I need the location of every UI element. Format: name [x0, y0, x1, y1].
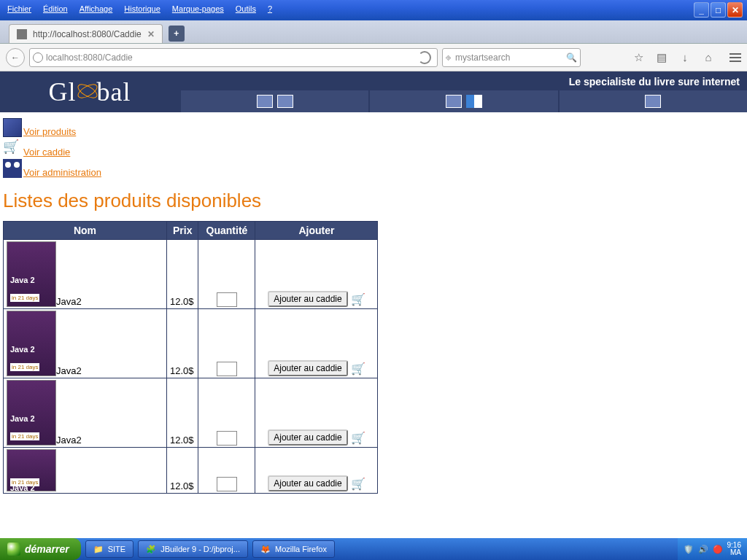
table-row: Java212.0$Ajouter au caddie🛒 — [4, 309, 378, 378]
back-button[interactable]: ← — [6, 48, 25, 67]
window-maximize-button[interactable]: □ — [711, 2, 726, 18]
system-tray[interactable]: 🛡️ 🔊 🔴 9:16 MA — [678, 538, 747, 560]
windows-logo-icon — [7, 542, 20, 556]
new-tab-button[interactable]: + — [169, 26, 185, 42]
logo-text-right: bal — [97, 77, 131, 106]
product-price: 12.0$ — [167, 378, 198, 448]
os-menu-bar: Fichier Édition Affichage Historique Mar… — [0, 0, 747, 18]
th-qty: Quantité — [198, 222, 255, 240]
ribbon-seg-3[interactable] — [558, 90, 747, 112]
start-button[interactable]: démarrer — [0, 538, 81, 560]
menu-file[interactable]: Fichier — [7, 4, 31, 13]
start-label: démarrer — [25, 543, 69, 555]
box-icon — [3, 118, 22, 137]
cart-icon: 🛒 — [351, 431, 365, 445]
product-image — [7, 449, 56, 491]
add-to-cart-button[interactable]: Ajouter au caddie — [268, 475, 347, 491]
downloads-icon[interactable]: ↓ — [678, 51, 692, 64]
menu-view[interactable]: Affichage — [80, 4, 113, 13]
window-minimize-button[interactable]: _ — [694, 2, 709, 18]
cart-icon — [3, 139, 22, 158]
quantity-input[interactable] — [217, 431, 237, 446]
logo-text-left: Gl — [49, 77, 77, 106]
link-voir-produits[interactable]: Voir produits — [23, 126, 76, 137]
quantity-input[interactable] — [217, 477, 237, 491]
nav-ribbon — [179, 90, 747, 112]
globe-icon — [33, 52, 43, 63]
search-icon[interactable]: 🔍 — [566, 52, 577, 63]
search-engine-icon: ⎆ — [446, 52, 451, 63]
window-close-button[interactable]: ✕ — [727, 2, 743, 18]
table-row: Java212.0$Ajouter au caddie🛒 — [4, 378, 378, 448]
taskbar-item-firefox[interactable]: 🦊Mozilla Firefox — [252, 540, 335, 558]
tab-title: http://localhost:8080/Caddie — [33, 29, 142, 39]
taskbar-item-site[interactable]: 📁SITE — [85, 540, 133, 558]
window-titlebar: Fichier Édition Affichage Historique Mar… — [0, 0, 747, 20]
tab-close-button[interactable]: ✕ — [147, 29, 155, 39]
site-header: Glbal Le specialiste du livre sure inter… — [0, 71, 747, 112]
taskbar: démarrer 📁SITE 🧩JBuilder 9 - D:/jbproj..… — [0, 538, 747, 560]
taskbar-item-label: SITE — [108, 545, 125, 553]
th-ajouter: Ajouter — [255, 222, 378, 240]
reading-list-icon[interactable]: ▤ — [655, 51, 668, 64]
tray-icon[interactable]: 🛡️ — [684, 545, 694, 554]
url-bar[interactable]: localhost:8080/Caddie — [29, 48, 438, 67]
hamburger-menu-button[interactable] — [729, 53, 741, 62]
reload-icon[interactable] — [418, 51, 431, 64]
product-image — [7, 311, 56, 376]
ribbon-icon-1 — [257, 95, 273, 108]
ribbon-icon-2 — [277, 95, 293, 108]
page-title: Listes des produits disponibles — [0, 182, 747, 221]
tray-icon[interactable]: 🔴 — [713, 545, 723, 554]
menu-help[interactable]: ? — [268, 4, 272, 13]
product-name: Java2 — [56, 365, 82, 376]
product-price: 12.0$ — [167, 448, 198, 494]
product-price: 12.0$ — [167, 309, 198, 378]
product-price: 12.0$ — [167, 240, 198, 309]
cart-icon: 🛒 — [351, 292, 365, 306]
clock-ampm: MA — [727, 549, 741, 556]
quantity-input[interactable] — [217, 292, 237, 307]
product-name: Java2 — [56, 435, 82, 446]
product-name: Java2 — [56, 296, 82, 307]
taskbar-item-label: JBuilder 9 - D:/jbproj... — [160, 545, 240, 553]
table-row: 12.0$Ajouter au caddie🛒 — [4, 448, 378, 494]
add-to-cart-button[interactable]: Ajouter au caddie — [268, 429, 347, 446]
browser-toolbar: ← localhost:8080/Caddie ⎆ mystartsearch … — [0, 44, 747, 71]
search-placeholder: mystartsearch — [455, 52, 510, 63]
ribbon-icon-3 — [446, 95, 462, 108]
menu-bookmarks[interactable]: Marque-pages — [172, 4, 224, 13]
menu-edit[interactable]: Édition — [43, 4, 68, 13]
product-image — [7, 380, 56, 446]
site-tagline: Le specialiste du livre sure internet — [569, 76, 740, 88]
page-content: Glbal Le specialiste du livre sure inter… — [0, 71, 747, 538]
url-text: localhost:8080/Caddie — [46, 52, 133, 63]
taskbar-item-jbuilder[interactable]: 🧩JBuilder 9 - D:/jbproj... — [138, 540, 248, 558]
tab-favicon-icon — [17, 29, 27, 39]
ribbon-icon-5 — [645, 95, 661, 108]
link-voir-caddie[interactable]: Voir caddie — [23, 147, 70, 158]
search-box[interactable]: ⎆ mystartsearch 🔍 — [442, 48, 581, 67]
atom-icon — [77, 80, 97, 101]
add-to-cart-button[interactable]: Ajouter au caddie — [268, 291, 347, 307]
bookmark-star-icon[interactable]: ☆ — [632, 51, 645, 64]
menu-tools[interactable]: Outils — [236, 4, 256, 13]
cart-icon: 🛒 — [351, 477, 365, 491]
side-links: Voir produits Voir caddie Voir administr… — [0, 112, 747, 182]
tray-icon[interactable]: 🔊 — [698, 545, 708, 554]
product-image — [7, 241, 56, 307]
th-prix: Prix — [167, 222, 198, 240]
browser-tab[interactable]: http://localhost:8080/Caddie ✕ — [9, 24, 163, 43]
add-to-cart-button[interactable]: Ajouter au caddie — [268, 360, 347, 376]
th-nom: Nom — [4, 222, 167, 240]
link-voir-admin[interactable]: Voir administration — [23, 167, 101, 178]
people-icon — [3, 159, 22, 178]
quantity-input[interactable] — [217, 362, 237, 376]
ribbon-icon-4 — [466, 95, 482, 108]
tab-strip: http://localhost:8080/Caddie ✕ + — [0, 20, 747, 44]
site-logo[interactable]: Glbal — [0, 71, 179, 112]
ribbon-seg-2[interactable] — [368, 90, 557, 112]
home-icon[interactable]: ⌂ — [702, 51, 715, 64]
menu-history[interactable]: Historique — [124, 4, 160, 13]
ribbon-seg-1[interactable] — [179, 90, 368, 112]
